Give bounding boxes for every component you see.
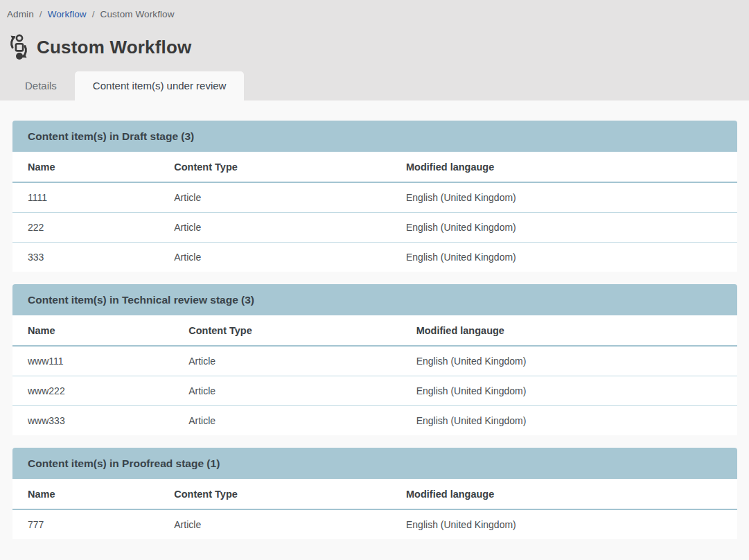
cell-content-type: Article [159, 243, 391, 272]
content-items-table: Name Content Type Modified langauge www1… [12, 315, 737, 435]
page-header: Admin/Workflow/Custom Workflow Custom Wo… [0, 0, 749, 100]
cell-modified-language: English (United Kingdom) [401, 406, 737, 436]
table-header-row: Name Content Type Modified langauge [12, 315, 737, 346]
tab-panel-content-items: Content item(s) in Draft stage (3) Name … [0, 100, 749, 539]
section-title: Content item(s) in Draft stage (3) [12, 121, 737, 152]
cell-name: www333 [12, 406, 173, 436]
breadcrumb-link-workflow[interactable]: Workflow [48, 9, 87, 19]
cell-modified-language: English (United Kingdom) [401, 346, 737, 376]
cell-modified-language: English (United Kingdom) [401, 376, 737, 406]
table-row[interactable]: 1111 Article English (United Kingdom) [12, 182, 737, 213]
table-row[interactable]: 777 Article English (United Kingdom) [12, 509, 737, 539]
breadcrumb-separator: / [92, 9, 95, 19]
breadcrumb-item-admin: Admin [7, 9, 34, 19]
table-header-row: Name Content Type Modified langauge [12, 152, 737, 182]
content-items-table: Name Content Type Modified langauge 777 … [12, 479, 737, 539]
section-technical-review-stage: Content item(s) in Technical review stag… [12, 284, 737, 435]
content-items-table: Name Content Type Modified langauge 1111… [12, 152, 737, 272]
table-row[interactable]: 222 Article English (United Kingdom) [12, 213, 737, 243]
column-header-name: Name [12, 152, 159, 182]
cell-name: 777 [12, 509, 159, 539]
tab-bar: Details Content item(s) under review [0, 71, 749, 100]
cell-content-type: Article [173, 346, 400, 376]
title-row: Custom Workflow [0, 19, 749, 60]
cell-content-type: Article [159, 213, 391, 243]
cell-name: 222 [12, 213, 159, 243]
table-row[interactable]: 333 Article English (United Kingdom) [12, 243, 737, 272]
section-draft-stage: Content item(s) in Draft stage (3) Name … [12, 121, 737, 272]
breadcrumb: Admin/Workflow/Custom Workflow [0, 0, 749, 19]
cell-modified-language: English (United Kingdom) [391, 213, 737, 243]
cell-content-type: Article [173, 406, 400, 436]
column-header-content-type: Content Type [159, 479, 391, 509]
section-proofread-stage: Content item(s) in Proofread stage (1) N… [12, 448, 737, 539]
cell-name: www222 [12, 376, 173, 406]
column-header-modified-language: Modified langauge [391, 479, 737, 509]
table-row[interactable]: www111 Article English (United Kingdom) [12, 346, 737, 376]
cell-content-type: Article [173, 376, 400, 406]
section-title: Content item(s) in Technical review stag… [12, 284, 737, 315]
table-row[interactable]: www222 Article English (United Kingdom) [12, 376, 737, 406]
cell-content-type: Article [159, 509, 391, 539]
cell-name: www111 [12, 346, 173, 376]
tab-content-items-under-review[interactable]: Content item(s) under review [75, 71, 245, 100]
cell-name: 1111 [12, 182, 159, 213]
column-header-name: Name [12, 479, 159, 509]
column-header-modified-language: Modified langauge [401, 315, 737, 346]
cell-modified-language: English (United Kingdom) [391, 182, 737, 213]
table-header-row: Name Content Type Modified langauge [12, 479, 737, 509]
column-header-content-type: Content Type [173, 315, 400, 346]
cell-name: 333 [12, 243, 159, 272]
breadcrumb-item-current: Custom Workflow [100, 9, 175, 19]
cell-content-type: Article [159, 182, 391, 213]
tab-details[interactable]: Details [7, 71, 75, 100]
section-title: Content item(s) in Proofread stage (1) [12, 448, 737, 479]
column-header-modified-language: Modified langauge [391, 152, 737, 182]
cell-modified-language: English (United Kingdom) [391, 509, 737, 539]
table-row[interactable]: www333 Article English (United Kingdom) [12, 406, 737, 436]
page-title: Custom Workflow [37, 37, 192, 58]
breadcrumb-separator: / [39, 9, 42, 19]
cell-modified-language: English (United Kingdom) [391, 243, 737, 272]
workflow-icon [7, 34, 30, 60]
column-header-content-type: Content Type [159, 152, 391, 182]
column-header-name: Name [12, 315, 173, 346]
